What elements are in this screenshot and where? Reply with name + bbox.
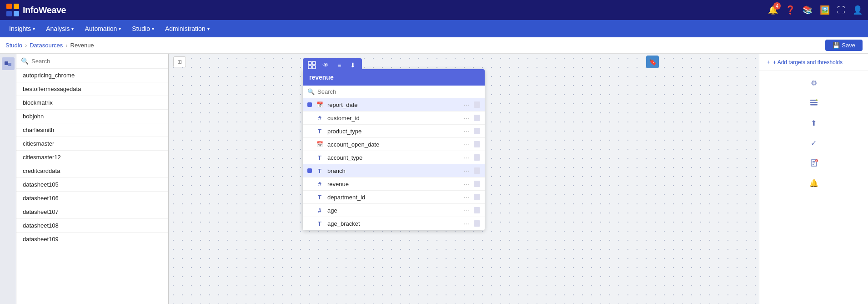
logo-text: InfoWeave [23,5,66,15]
field-selected-indicator [307,129,312,133]
search-box: 🔍 [16,54,168,69]
field-more-btn[interactable]: ··· [463,127,470,135]
list-item[interactable]: bobjohn [16,110,168,123]
field-row-branch[interactable]: T branch ··· [303,164,485,177]
nav-studio[interactable]: Studio ▾ [126,20,160,37]
field-row-age-bracket[interactable]: T age_bracket ··· [303,217,485,230]
list-item[interactable]: citiesmaster12 [16,151,168,164]
widget-visibility-btn[interactable]: 👁 [319,60,332,71]
nav-insights[interactable]: Insights ▾ [4,20,40,37]
field-selected-indicator [307,195,312,199]
field-row-department-id[interactable]: T department_id ··· [303,191,485,204]
field-row-revenue[interactable]: # revenue ··· [303,177,485,191]
field-name-account-open-date: account_open_date [327,141,460,148]
insights-arrow: ▾ [33,26,35,31]
list-item[interactable]: autopricing_chrome [16,69,168,82]
field-name-age-bracket: age_bracket [327,220,460,227]
nav-administration[interactable]: Administration ▾ [160,20,215,37]
field-drag-handle[interactable] [474,181,480,187]
field-drag-handle[interactable] [474,115,480,121]
sidebar-layers-btn[interactable] [2,57,15,70]
field-drag-handle[interactable] [474,194,480,200]
list-item[interactable]: datasheet105 [16,178,168,192]
image-icon[interactable]: 🖼️ [820,5,830,15]
list-item[interactable]: blockmatrix [16,96,168,110]
field-more-btn[interactable]: ··· [463,101,470,108]
field-selected-indicator [307,102,312,107]
bars-icon-btn[interactable] [807,96,821,110]
list-item[interactable]: citiesmaster [16,137,168,151]
field-drag-handle[interactable] [474,101,480,108]
field-name-product-type: product_type [327,128,460,135]
field-more-btn[interactable]: ··· [463,141,470,148]
field-drag-handle[interactable] [474,220,480,227]
field-row-report-date[interactable]: 📅 report_date ··· [303,98,485,111]
search-input[interactable] [31,58,164,65]
alert-icon-btn[interactable]: ! [807,156,821,170]
nav-analysis[interactable]: Analysis ▾ [40,20,79,37]
svg-rect-3 [14,11,19,16]
save-button[interactable]: 💾 Save [825,40,863,51]
canvas-resize-btn[interactable]: ⊞ [173,56,186,67]
field-drag-handle[interactable] [474,207,480,213]
widget-list-btn[interactable]: ≡ [333,60,346,71]
field-more-btn[interactable]: ··· [463,220,470,227]
field-drag-handle[interactable] [474,154,480,161]
search-icon: 🔍 [21,57,29,65]
field-row-product-type[interactable]: T product_type ··· [303,125,485,138]
expand-icon[interactable]: ⛶ [837,5,845,15]
bell-icon[interactable]: 🔔 4 [768,5,778,15]
navbar: Insights ▾ Analysis ▾ Automation ▾ Studi… [0,20,868,37]
field-selected-indicator [307,155,312,160]
svg-rect-0 [6,4,12,9]
list-item[interactable]: bestoffermessagedata [16,82,168,96]
field-row-account-type[interactable]: T account_type ··· [303,151,485,164]
field-drag-handle[interactable] [474,167,480,174]
settings-icon-btn[interactable]: ⚙ [807,76,821,90]
field-selected-indicator [307,182,312,186]
list-item[interactable]: charliesmith [16,123,168,137]
field-more-btn[interactable]: ··· [463,114,470,122]
field-drag-handle[interactable] [474,128,480,134]
canvas-area[interactable]: ⊞ 🔖 👁 ≡ ⬇ revenue 🔍 [169,54,759,304]
field-type-number-icon: # [316,115,324,122]
field-row-account-open-date[interactable]: 📅 account_open_date ··· [303,138,485,151]
breadcrumb-sep1: › [25,42,27,49]
list-item[interactable]: datasheet107 [16,205,168,219]
bookmark-icon-btn[interactable]: 🔖 [646,56,659,68]
field-more-btn[interactable]: ··· [463,154,470,161]
library-icon[interactable]: 📚 [803,5,813,15]
datasource-panel: 🔍 autopricing_chrome bestoffermessagedat… [16,54,169,304]
check-icon-btn[interactable]: ✓ [807,136,821,150]
breadcrumb-datasources[interactable]: Datasources [30,42,63,49]
breadcrumb-studio[interactable]: Studio [5,42,22,49]
datasource-list: autopricing_chrome bestoffermessagedata … [16,69,168,304]
field-row-customer-id[interactable]: # customer_id ··· [303,111,485,125]
list-item[interactable]: datasheet109 [16,233,168,246]
field-type-text-icon: T [316,154,324,161]
bell-sidebar-icon-btn[interactable]: 🔔 [807,176,821,190]
field-row-age[interactable]: # age ··· [303,204,485,217]
svg-rect-6 [308,61,311,65]
list-item[interactable]: datasheet108 [16,219,168,233]
table-search-input[interactable] [317,88,480,95]
field-more-btn[interactable]: ··· [463,207,470,214]
field-name-report-date: report_date [327,101,460,108]
list-item[interactable]: creditcarddata [16,164,168,178]
svg-rect-1 [14,4,19,9]
help-icon[interactable]: ❓ [785,5,795,15]
field-more-btn[interactable]: ··· [463,180,470,187]
field-name-branch: branch [327,167,460,174]
main-content: 🔍 autopricing_chrome bestoffermessagedat… [0,54,868,304]
widget-download-btn[interactable]: ⬇ [346,60,359,71]
add-targets-button[interactable]: ＋ + Add targets and thresholds [766,58,862,66]
widget-group-btn[interactable] [306,60,318,71]
user-icon[interactable]: 👤 [853,5,863,15]
svg-rect-7 [312,61,316,65]
list-item[interactable]: datasheet106 [16,192,168,205]
field-more-btn[interactable]: ··· [463,167,470,174]
upload-icon-btn[interactable]: ⬆ [807,116,821,130]
field-drag-handle[interactable] [474,141,480,147]
nav-automation[interactable]: Automation ▾ [79,20,126,37]
field-more-btn[interactable]: ··· [463,193,470,201]
